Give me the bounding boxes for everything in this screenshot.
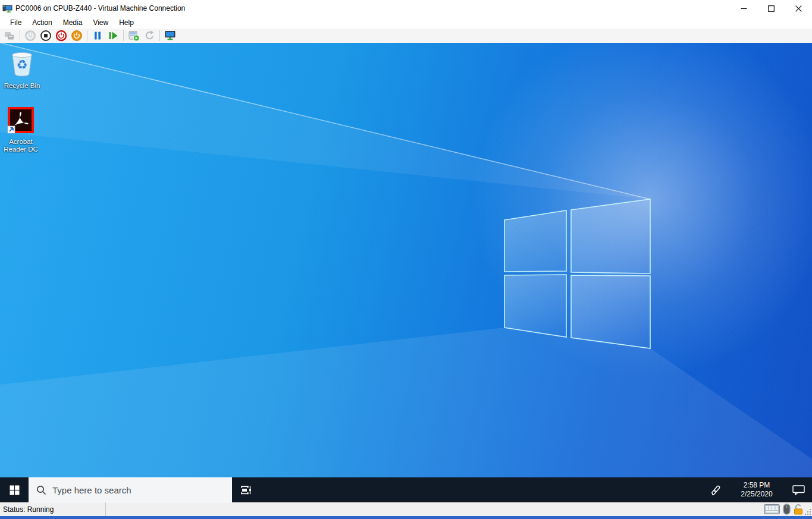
- revert-icon[interactable]: [142, 29, 157, 42]
- menu-file[interactable]: File: [5, 17, 27, 28]
- menu-media[interactable]: Media: [58, 17, 88, 28]
- clock-time: 2:58 PM: [731, 481, 782, 490]
- desktop-icon-acrobat-reader[interactable]: Acrobat Reader DC: [0, 106, 42, 153]
- task-view-button[interactable]: [232, 477, 259, 502]
- taskbar-empty-area: [259, 477, 704, 502]
- window-bottom-border: [0, 516, 812, 519]
- resume-icon[interactable]: [105, 29, 121, 42]
- vm-desktop[interactable]: ♻ Recycle Bin Acrobat Reader DC: [0, 43, 812, 477]
- desktop-icon-label: Recycle Bin: [1, 82, 43, 90]
- menu-help[interactable]: Help: [114, 17, 139, 28]
- enhanced-session-icon[interactable]: [162, 29, 178, 42]
- virtual-machine-connection-window: PC0006 on CPUB-Z440 - Virtual Machine Co…: [0, 0, 812, 519]
- save-icon[interactable]: [69, 29, 84, 42]
- search-icon: [36, 485, 46, 495]
- toolbar-separator: [87, 30, 87, 41]
- menu-bar: File Action Media View Help: [0, 17, 812, 29]
- task-view-icon: [240, 485, 252, 495]
- keyboard-icon[interactable]: [764, 504, 780, 514]
- menu-view[interactable]: View: [87, 17, 114, 28]
- recycle-bin-icon: ♻: [7, 48, 37, 78]
- start-button[interactable]: [0, 477, 29, 502]
- mouse-icon[interactable]: [783, 504, 791, 515]
- pause-icon[interactable]: [90, 29, 105, 42]
- vmconnect-app-icon: [2, 4, 12, 13]
- statusbar-icons: [764, 502, 804, 516]
- status-bar: Status: Running: [0, 502, 812, 516]
- close-button[interactable]: [785, 0, 812, 17]
- desktop-icon-recycle-bin[interactable]: ♻ Recycle Bin: [1, 48, 43, 90]
- vm-status: Status: Running: [0, 502, 106, 516]
- turn-off-icon[interactable]: [38, 29, 54, 42]
- start-icon[interactable]: [23, 29, 38, 42]
- window-controls: [730, 0, 812, 17]
- menu-action[interactable]: Action: [27, 17, 57, 28]
- shut-down-icon[interactable]: [54, 29, 69, 42]
- unlock-icon[interactable]: [794, 504, 804, 515]
- clock-date: 2/25/2020: [731, 490, 782, 499]
- minimize-button[interactable]: [730, 0, 757, 17]
- windows-ink-pen-icon[interactable]: [704, 483, 728, 496]
- vm-toolbar: [0, 29, 812, 43]
- taskbar: 2:58 PM 2/25/2020: [0, 477, 812, 502]
- resize-grip[interactable]: [804, 508, 811, 515]
- shortcut-arrow-overlay: [8, 126, 15, 133]
- maximize-button[interactable]: [757, 0, 785, 17]
- taskbar-tray: 2:58 PM 2/25/2020: [704, 477, 812, 502]
- taskbar-clock[interactable]: 2:58 PM 2/25/2020: [731, 481, 782, 499]
- taskbar-search[interactable]: [29, 477, 232, 502]
- svg-text:♻: ♻: [17, 58, 28, 72]
- action-center-icon[interactable]: [786, 485, 812, 495]
- toolbar-separator: [123, 30, 124, 41]
- window-title: PC0006 on CPUB-Z440 - Virtual Machine Co…: [15, 4, 185, 12]
- windows-start-icon: [10, 485, 20, 495]
- title-bar: PC0006 on CPUB-Z440 - Virtual Machine Co…: [0, 0, 812, 17]
- ctrl-alt-del-icon[interactable]: [2, 29, 17, 42]
- search-input[interactable]: [52, 485, 201, 495]
- toolbar-separator: [20, 30, 20, 41]
- toolbar-separator: [159, 30, 160, 41]
- checkpoint-icon[interactable]: [126, 29, 142, 42]
- desktop-icon-label: Acrobat Reader DC: [0, 138, 42, 153]
- windows-wallpaper: [0, 43, 812, 477]
- acrobat-reader-icon: [7, 106, 35, 134]
